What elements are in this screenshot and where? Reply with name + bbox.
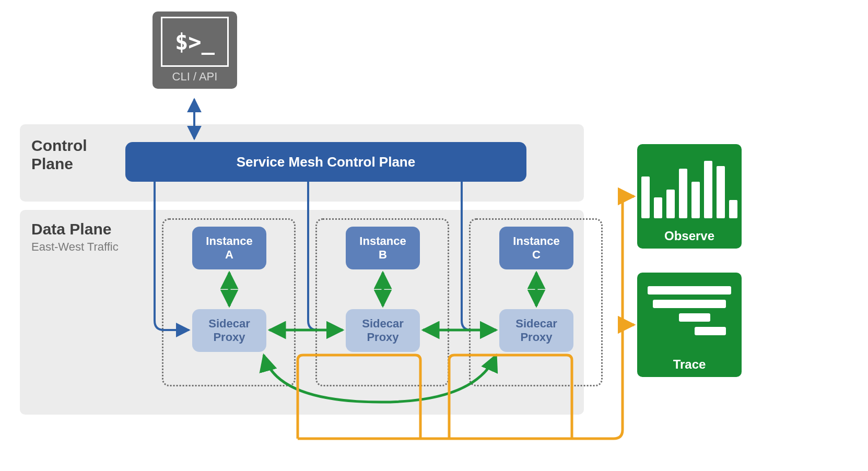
instance-c: InstanceC — [499, 227, 573, 269]
cli-api-box: $>_ CLI / API — [153, 11, 237, 89]
observe-label: Observe — [664, 229, 714, 243]
sidecar-proxy-a: SidecarProxy — [192, 309, 266, 352]
observe-box: Observe — [637, 144, 742, 249]
trace-icon — [648, 286, 731, 335]
trace-box: Trace — [637, 273, 742, 377]
cli-api-label: CLI / API — [172, 70, 218, 84]
terminal-icon: $>_ — [161, 17, 229, 67]
data-plane-title-text: Data Plane — [31, 220, 111, 238]
data-plane-subtitle-text: East-West Traffic — [31, 240, 119, 253]
control-plane-title-text: ControlPlane — [31, 137, 87, 172]
smcp-bar-text: Service Mesh Control Plane — [237, 154, 415, 170]
instance-b: InstanceB — [346, 227, 420, 269]
instance-a: InstanceA — [192, 227, 266, 269]
bar-chart-icon — [641, 156, 737, 218]
data-plane-title: Data Plane — [31, 220, 111, 238]
control-plane-title: ControlPlane — [31, 137, 87, 173]
service-mesh-control-plane-bar: Service Mesh Control Plane — [125, 142, 526, 182]
cli-prompt: $>_ — [175, 29, 215, 55]
sidecar-proxy-b: SidecarProxy — [346, 309, 420, 352]
trace-label: Trace — [673, 357, 706, 372]
sidecar-proxy-c: SidecarProxy — [499, 309, 573, 352]
data-plane-subtitle: East-West Traffic — [31, 240, 119, 254]
service-mesh-diagram: ControlPlane Service Mesh Control Plane … — [0, 0, 868, 471]
